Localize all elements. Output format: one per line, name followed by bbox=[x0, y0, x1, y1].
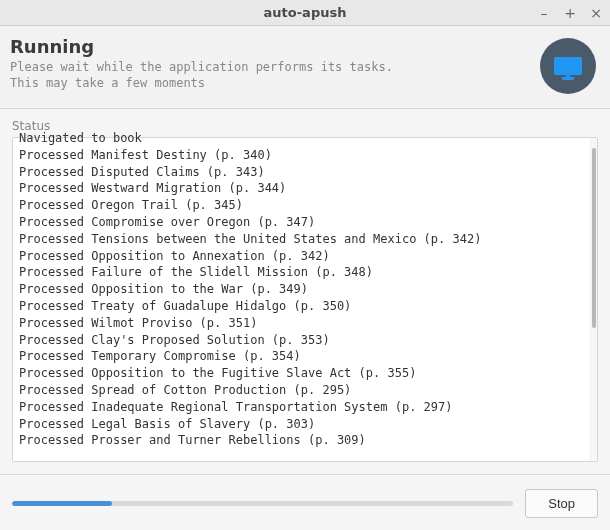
progress-fill bbox=[12, 501, 112, 506]
maximize-icon[interactable]: + bbox=[562, 5, 578, 21]
titlebar: auto-apush – + × bbox=[0, 0, 610, 26]
header-text: Running Please wait while the applicatio… bbox=[10, 36, 530, 91]
bottom-bar: Stop bbox=[0, 475, 610, 530]
status-box: Navigated to book Processed Manifest Des… bbox=[12, 137, 598, 462]
monitor-icon bbox=[540, 38, 596, 94]
scrollbar-thumb[interactable] bbox=[592, 148, 596, 328]
header: Running Please wait while the applicatio… bbox=[0, 26, 610, 108]
close-icon[interactable]: × bbox=[588, 5, 604, 21]
header-subtitle: Please wait while the application perfor… bbox=[10, 59, 530, 91]
window-controls: – + × bbox=[536, 5, 604, 21]
window-title: auto-apush bbox=[0, 5, 610, 20]
scrollbar[interactable] bbox=[590, 138, 597, 461]
status-area: Status Navigated to book Processed Manif… bbox=[0, 109, 610, 462]
minimize-icon[interactable]: – bbox=[536, 5, 552, 21]
header-title: Running bbox=[10, 36, 530, 57]
status-log: Navigated to book Processed Manifest Des… bbox=[13, 128, 590, 461]
progress-bar bbox=[12, 501, 513, 506]
stop-button[interactable]: Stop bbox=[525, 489, 598, 518]
